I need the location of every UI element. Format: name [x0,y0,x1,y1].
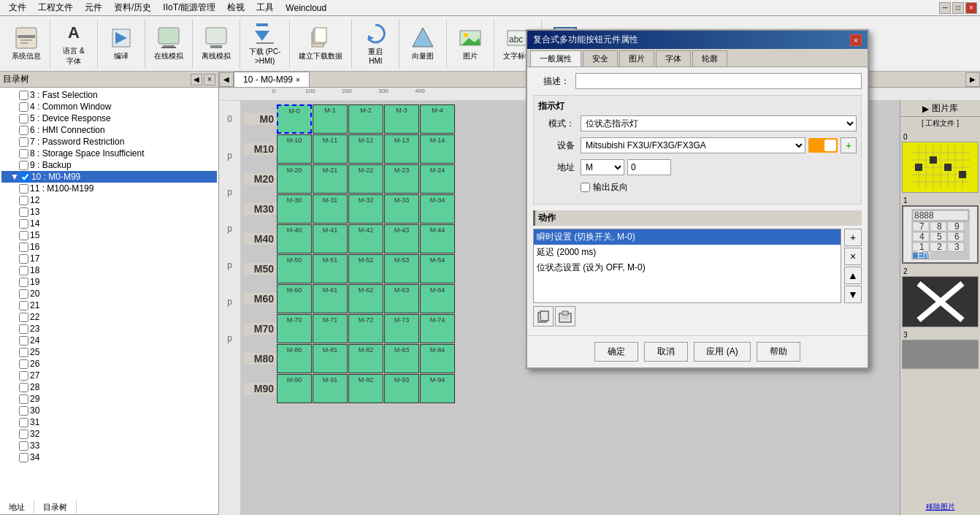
btn-M50[interactable]: M-50 [277,254,312,283]
btn-M41[interactable]: M-41 [313,224,348,253]
tree-item-26[interactable]: 26 [1,358,217,370]
tree-item-19[interactable]: 19 [1,276,217,288]
toolbar-online-sim[interactable]: 在线模拟 [151,25,186,63]
tree-item-13[interactable]: 13 [1,206,217,218]
invert-checkbox[interactable] [581,183,590,192]
tree-item-34[interactable]: 34 [1,451,217,463]
menu-weincloud[interactable]: Weincloud [280,1,332,15]
tree-checkbox-3[interactable] [19,91,28,100]
btn-M91[interactable]: M-91 [313,374,348,403]
nav-left[interactable]: ◀ [219,72,234,87]
tree-item-7[interactable]: 7 : Password Restriction [1,136,217,148]
btn-M44[interactable]: M-44 [420,224,455,253]
btn-M20[interactable]: M-20 [277,164,312,194]
window-minimize[interactable]: ─ [939,2,951,14]
btn-M4[interactable]: M-4 [420,104,455,134]
toolbar-image[interactable]: 图片 [453,25,488,63]
btn-M90[interactable]: M-90 [277,374,312,403]
address-type-select[interactable]: M [581,159,624,175]
tree-item-20[interactable]: 20 [1,288,217,300]
tree-checkbox-5[interactable] [19,114,28,123]
tree-item-25[interactable]: 25 [1,346,217,358]
tree-item-11[interactable]: 11 : M100-M199 [1,183,217,194]
tree-item-15[interactable]: 15 [1,229,217,241]
nav-right[interactable]: ▶ [965,72,980,87]
tree-item-9[interactable]: 9 : Backup [1,159,217,171]
btn-M23[interactable]: M-23 [384,164,419,194]
tree-item-32[interactable]: 32 [1,428,217,440]
btn-M40[interactable]: M-40 [277,224,312,253]
window-maximize[interactable]: □ [952,2,964,14]
btn-M13[interactable]: M-13 [384,134,419,164]
btn-M80[interactable]: M-80 [277,344,312,373]
tree-item-3[interactable]: 3 : Fast Selection [1,89,217,101]
btn-M52[interactable]: M-52 [348,254,383,283]
btn-M43[interactable]: M-43 [384,224,419,253]
action-item-2[interactable]: 位状态设置 (设为 OFF, M-0) [534,260,841,275]
device-toggle[interactable] [808,138,838,153]
dialog-tab-font[interactable]: 字体 [656,50,691,66]
btn-M64[interactable]: M-64 [420,284,455,313]
btn-M51[interactable]: M-51 [313,254,348,283]
dialog-cancel-btn[interactable]: 取消 [644,342,688,362]
sidebar-close[interactable]: × [204,74,215,85]
tree-checkbox-6[interactable] [19,126,28,135]
action-down-btn[interactable]: ▼ [844,286,862,303]
btn-M62[interactable]: M-62 [348,284,383,313]
tree-checkbox-10[interactable] [20,172,30,182]
dialog-tab-image[interactable]: 图片 [619,50,654,66]
tree-item-18[interactable]: 18 [1,264,217,276]
btn-M92[interactable]: M-92 [348,374,383,403]
toolbar-sysinfo[interactable]: 系统信息 [9,25,44,63]
tree-item-14[interactable]: 14 [1,218,217,229]
toolbar-reboot[interactable]: 重启HMI [358,20,393,66]
device-select[interactable]: Mitsubishi FX3U/FX3G/FX3GA [581,137,805,153]
btn-M12[interactable]: M-12 [348,134,383,164]
dialog-ok-btn[interactable]: 确定 [594,342,638,362]
img-item-1[interactable]: 1 8888 7 8 9 [902,196,979,264]
btn-M81[interactable]: M-81 [313,344,348,373]
btn-M84[interactable]: M-84 [420,344,455,373]
btn-M10[interactable]: M-10 [277,134,312,164]
btn-M71[interactable]: M-71 [313,314,348,343]
btn-M22[interactable]: M-22 [348,164,383,194]
img-item-3[interactable]: 3 [902,330,979,369]
btn-M11[interactable]: M-11 [313,134,348,164]
description-input[interactable] [575,73,862,89]
tree-item-24[interactable]: 24 [1,335,217,346]
img-item-0[interactable]: 0 [902,132,979,193]
tree-expand-10[interactable]: ▼ [10,172,19,182]
tree-checkbox-4[interactable] [19,102,28,112]
btn-M82[interactable]: M-82 [348,344,383,373]
dialog-tab-security[interactable]: 安全 [583,50,618,66]
tab-close-m0m99[interactable]: × [296,76,300,84]
remove-image-btn[interactable]: 移除图片 [900,498,980,515]
btn-M63[interactable]: M-63 [384,284,419,313]
btn-M74[interactable]: M-74 [420,314,455,343]
dialog-close-btn[interactable]: × [850,34,862,46]
tree-item-12[interactable]: 12 [1,194,217,206]
menu-project[interactable]: 工程文件 [32,0,79,15]
tree-item-31[interactable]: 31 [1,416,217,428]
tree-item-28[interactable]: 28 [1,381,217,393]
tree-checkbox-7[interactable] [19,137,28,147]
btn-M42[interactable]: M-42 [348,224,383,253]
dialog-tab-outline[interactable]: 轮廓 [692,50,727,66]
toolbar-offline-sim[interactable]: 离线模拟 [199,25,234,63]
menu-element[interactable]: 元件 [79,0,108,15]
btn-M1[interactable]: M-1 [313,104,348,134]
tree-item-8[interactable]: 8 : Storage Space Insufficient [1,148,217,159]
dialog-apply-btn[interactable]: 应用 (A) [694,342,750,362]
btn-M94[interactable]: M-94 [420,374,455,403]
action-delete-btn[interactable]: × [844,248,862,265]
tab-m0m99[interactable]: 10 - M0-M99 × [234,72,310,87]
btn-M2[interactable]: M-2 [348,104,383,134]
dialog-help-btn[interactable]: 帮助 [757,342,800,362]
btn-M31[interactable]: M-31 [313,194,348,224]
action-item-0[interactable]: 瞬时设置 (切换开关, M-0) [534,229,841,245]
tree-item-33[interactable]: 33 [1,440,217,451]
window-close[interactable]: × [965,2,977,14]
btn-M72[interactable]: M-72 [348,314,383,343]
tree-item-30[interactable]: 30 [1,405,217,416]
btn-M60[interactable]: M-60 [277,284,312,313]
